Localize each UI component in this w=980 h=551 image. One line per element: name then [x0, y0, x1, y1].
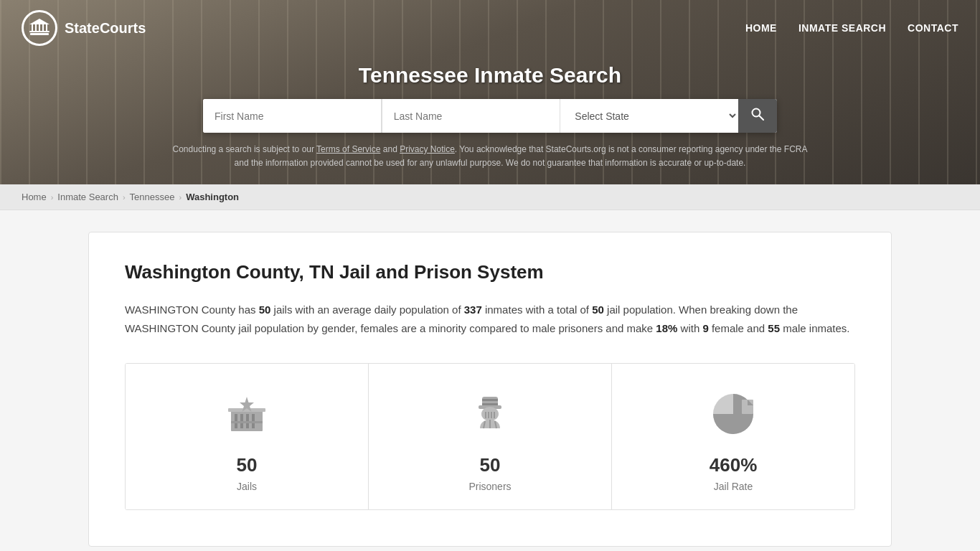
breadcrumb-current: Washington [186, 192, 239, 202]
disclaimer-text: Conducting a search is subject to our Te… [167, 143, 813, 170]
last-name-input[interactable] [382, 99, 561, 133]
logo-text: StateCourts [65, 20, 146, 37]
terms-link[interactable]: Terms of Service [316, 144, 380, 154]
svg-point-22 [481, 407, 499, 421]
stat-jail-rate: 460% Jail Rate [612, 364, 854, 509]
svg-rect-16 [228, 408, 265, 412]
nav-contact[interactable]: CONTACT [908, 22, 958, 34]
search-section: Tennessee Inmate Search Select StateAlab… [0, 56, 980, 184]
search-button[interactable] [738, 99, 777, 133]
site-logo[interactable]: StateCourts [22, 10, 146, 46]
stat-prisoners: 50 Prisoners [369, 364, 612, 509]
content-card: Washington County, TN Jail and Prison Sy… [88, 232, 892, 547]
privacy-link[interactable]: Privacy Notice [400, 144, 455, 154]
svg-rect-1 [29, 31, 50, 32]
nav-home[interactable]: HOME [745, 22, 777, 34]
jails-number: 50 [237, 454, 258, 476]
navbar: StateCourts HOME INMATE SEARCH CONTACT [0, 0, 980, 56]
main-content: Washington County, TN Jail and Prison Sy… [67, 232, 913, 547]
logo-icon [22, 10, 57, 46]
svg-marker-7 [29, 19, 50, 24]
county-description: WASHINGTON County has 50 jails with an a… [125, 301, 855, 337]
nav-links: HOME INMATE SEARCH CONTACT [745, 22, 958, 34]
hero-title: Tennessee Inmate Search [14, 63, 966, 88]
nav-inmate-search[interactable]: INMATE SEARCH [798, 22, 886, 34]
breadcrumb-sep-3: › [179, 193, 182, 202]
breadcrumb-inmate-search[interactable]: Inmate Search [57, 192, 118, 202]
search-bar: Select StateAlabamaAlaskaArizonaArkansas… [203, 99, 777, 133]
pie-chart-icon [705, 385, 762, 443]
prisoners-number: 50 [480, 454, 501, 476]
stats-row: 50 Jails [125, 363, 855, 510]
svg-rect-21 [482, 403, 498, 405]
jails-label: Jails [237, 481, 257, 492]
breadcrumb-sep-1: › [51, 193, 54, 202]
svg-rect-0 [30, 33, 49, 35]
hero-section: StateCourts HOME INMATE SEARCH CONTACT T… [0, 0, 980, 184]
svg-rect-15 [231, 421, 263, 423]
jail-rate-number: 460% [710, 454, 758, 476]
breadcrumb: Home › Inmate Search › Tennessee › Washi… [0, 184, 980, 210]
svg-line-9 [760, 116, 764, 121]
state-select[interactable]: Select StateAlabamaAlaskaArizonaArkansas… [560, 99, 738, 133]
stat-jails: 50 Jails [126, 364, 369, 509]
jail-icon [218, 385, 275, 443]
breadcrumb-state[interactable]: Tennessee [130, 192, 175, 202]
breadcrumb-home[interactable]: Home [22, 192, 47, 202]
breadcrumb-sep-2: › [123, 193, 126, 202]
county-title: Washington County, TN Jail and Prison Sy… [125, 261, 855, 283]
prisoners-label: Prisoners [468, 481, 511, 492]
first-name-input[interactable] [203, 99, 382, 133]
jail-rate-label: Jail Rate [714, 481, 753, 492]
svg-rect-20 [482, 399, 498, 401]
prisoner-icon [461, 385, 519, 443]
